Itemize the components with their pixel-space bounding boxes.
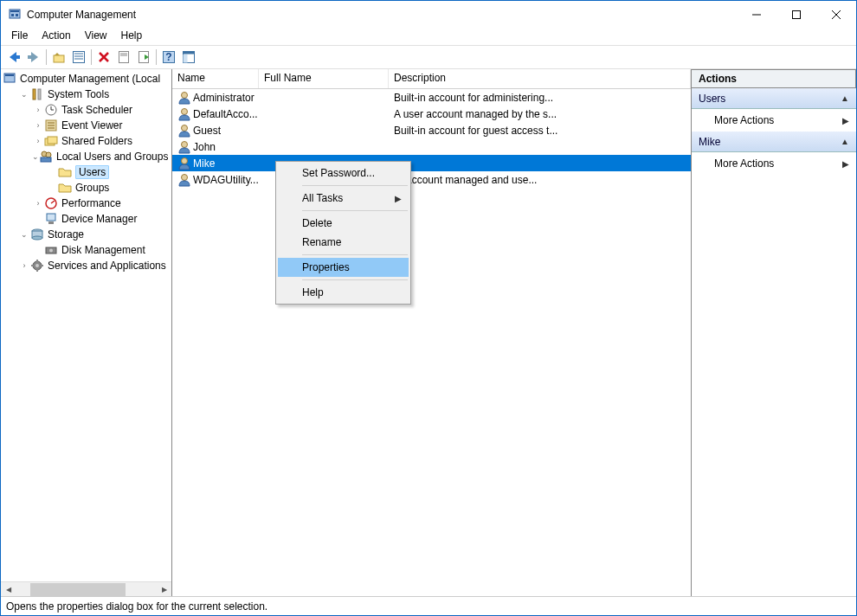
tree-horizontal-scrollbar[interactable]: ◀▶ — [1, 581, 171, 596]
maximize-button[interactable] — [776, 1, 816, 28]
user-row-administrator[interactable]: AdministratorBuilt-in account for admini… — [172, 89, 691, 106]
expander-icon[interactable]: › — [32, 121, 44, 130]
expander-icon[interactable]: › — [32, 137, 44, 145]
tree-node-local-users-and-groups[interactable]: ⌄Local Users and Groups — [1, 149, 171, 164]
perf-icon — [44, 196, 58, 210]
help-toolbar-button[interactable]: ? — [159, 48, 178, 67]
context-menu-delete[interactable]: Delete — [278, 214, 409, 233]
tree-node-services-and-applications[interactable]: ›Services and Applications — [1, 258, 171, 273]
submenu-arrow-icon: ▶ — [842, 159, 849, 169]
expander-icon[interactable]: › — [32, 199, 44, 208]
expander-icon[interactable]: ⌄ — [18, 90, 30, 99]
svg-rect-63 — [41, 265, 43, 266]
tree-node-disk-management[interactable]: Disk Management — [1, 242, 171, 258]
expander-icon[interactable]: ⌄ — [32, 152, 39, 161]
tree-node-label: Device Manager — [61, 213, 137, 225]
user-name: John — [193, 141, 216, 153]
event-icon — [44, 119, 58, 132]
folder-icon — [58, 165, 72, 179]
svg-rect-1 — [10, 10, 19, 12]
user-icon — [177, 124, 191, 138]
status-text: Opens the properties dialog box for the … — [6, 600, 267, 613]
expander-icon[interactable]: ⌄ — [18, 230, 30, 239]
context-menu-label: Rename — [302, 236, 341, 248]
tree-node-task-scheduler[interactable]: ›Task Scheduler — [1, 102, 171, 118]
user-icon — [177, 157, 191, 170]
svg-rect-2 — [11, 14, 14, 16]
actions-section-users[interactable]: Users▲ — [692, 88, 856, 109]
folder-icon — [58, 181, 72, 195]
minimize-button[interactable] — [737, 1, 776, 28]
tree-node-event-viewer[interactable]: ›Event Viewer — [1, 118, 171, 133]
tree-node-users[interactable]: Users — [1, 164, 171, 180]
context-menu-separator — [302, 279, 408, 280]
tree-node-device-manager[interactable]: Device Manager — [1, 211, 171, 227]
expander-icon[interactable]: › — [18, 261, 30, 270]
context-menu-set-password-[interactable]: Set Password... — [278, 164, 409, 183]
folders-icon — [44, 134, 58, 148]
menu-file[interactable]: File — [4, 28, 35, 45]
user-row-wdagutility[interactable]: WDAGUtility...er account managed and use… — [172, 171, 691, 188]
up-button[interactable] — [49, 48, 68, 67]
tree-node-performance[interactable]: ›Performance — [1, 196, 171, 211]
tree-panel: Computer Management (Local⌄System Tools›… — [1, 69, 172, 596]
tree-node-label: Disk Management — [61, 244, 145, 256]
svg-marker-47 — [59, 184, 71, 192]
context-menu-all-tasks[interactable]: All Tasks▶ — [278, 189, 409, 208]
export-button[interactable] — [134, 48, 153, 67]
user-name: Administrator — [193, 92, 255, 104]
expander-icon[interactable]: › — [32, 106, 44, 114]
context-menu-label: Delete — [302, 217, 332, 229]
properties-toolbar-button[interactable] — [69, 48, 88, 67]
collapse-icon: ▲ — [841, 93, 849, 103]
menu-action[interactable]: Action — [35, 28, 77, 45]
menu-bar: File Action View Help — [1, 28, 856, 45]
menu-view[interactable]: View — [78, 28, 114, 45]
svg-rect-5 — [793, 10, 801, 18]
refresh-button[interactable] — [114, 48, 133, 67]
col-fullname[interactable]: Full Name — [259, 69, 389, 88]
tree-node-label: Groups — [75, 182, 109, 194]
back-button[interactable] — [4, 48, 23, 67]
actions-item-more-actions[interactable]: More Actions▶ — [692, 152, 856, 175]
delete-toolbar-button[interactable] — [94, 48, 113, 67]
svg-rect-12 — [54, 55, 64, 62]
tree-root[interactable]: Computer Management (Local — [1, 71, 171, 87]
user-description — [389, 146, 691, 148]
user-row-john[interactable]: John — [172, 138, 691, 155]
tree-node-storage[interactable]: ⌄Storage — [1, 227, 171, 242]
context-menu-rename[interactable]: Rename — [278, 233, 409, 252]
tree-node-label: Task Scheduler — [61, 104, 132, 116]
col-name[interactable]: Name — [172, 69, 259, 88]
context-menu-help[interactable]: Help — [278, 283, 409, 302]
user-row-mike[interactable]: Mike — [172, 155, 691, 171]
forward-button[interactable] — [24, 48, 43, 67]
svg-point-67 — [182, 141, 188, 147]
close-button[interactable] — [816, 1, 856, 28]
tree-node-system-tools[interactable]: ⌄System Tools — [1, 87, 171, 102]
window-title: Computer Management — [27, 9, 136, 21]
show-hide-button[interactable] — [179, 48, 198, 67]
toolbar: ? — [1, 45, 856, 69]
user-icon — [177, 140, 191, 154]
actions-item-more-actions[interactable]: More Actions▶ — [692, 109, 856, 132]
tree-node-groups[interactable]: Groups — [1, 180, 171, 196]
user-row-guest[interactable]: GuestBuilt-in account for guest access t… — [172, 122, 691, 138]
list-body[interactable]: AdministratorBuilt-in account for admini… — [172, 89, 691, 596]
col-description[interactable]: Description — [389, 69, 691, 88]
tree-node-shared-folders[interactable]: ›Shared Folders — [1, 133, 171, 149]
svg-rect-61 — [36, 269, 38, 272]
tree-view[interactable]: Computer Management (Local⌄System Tools›… — [1, 69, 171, 581]
svg-point-68 — [182, 157, 188, 164]
context-menu-separator — [302, 254, 408, 255]
submenu-arrow-icon: ▶ — [395, 194, 402, 203]
svg-rect-45 — [41, 157, 51, 162]
svg-point-59 — [35, 264, 39, 267]
tree-node-label: Shared Folders — [61, 135, 132, 147]
user-name: Mike — [193, 157, 215, 170]
actions-section-mike[interactable]: Mike▲ — [692, 132, 856, 152]
menu-help[interactable]: Help — [114, 28, 150, 45]
context-menu-properties[interactable]: Properties — [278, 258, 409, 277]
svg-point-65 — [182, 108, 188, 114]
user-row-defaultacco[interactable]: DefaultAcco...A user account managed by … — [172, 106, 691, 122]
